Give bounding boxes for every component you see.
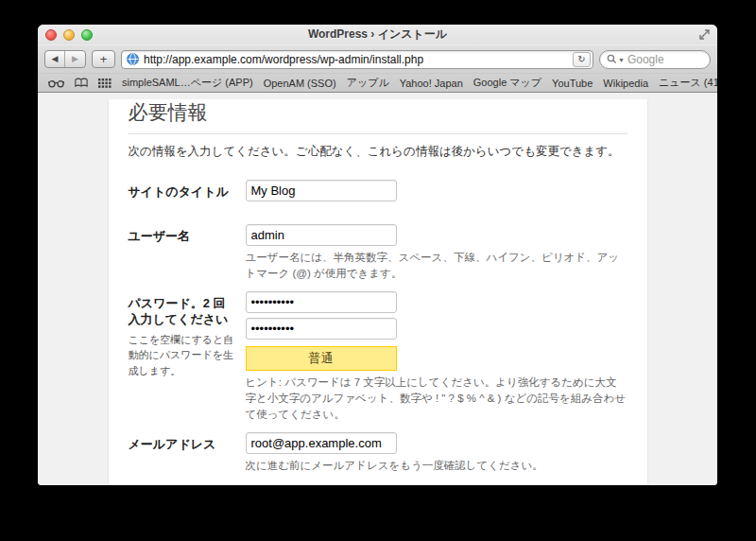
forward-button[interactable]: ▶ — [65, 51, 85, 67]
navigation-toolbar: ◀ ▶ + http://app.example.com/wordpress/w… — [38, 45, 717, 73]
search-bar[interactable]: ▼ — [599, 50, 711, 69]
browser-viewport: 必要情報 次の情報を入力してください。ご心配なく、これらの情報は後からいつでも変… — [38, 93, 717, 485]
password-strength-indicator: 普通 — [246, 346, 397, 371]
site-title-row: サイトのタイトル — [129, 180, 627, 201]
browser-chrome: WordPress › インストール ◀ ▶ + — [38, 25, 717, 93]
wp-install-page: 必要情報 次の情報を入力してください。ご心配なく、これらの情報は後からいつでも変… — [108, 99, 648, 485]
titlebar[interactable]: WordPress › インストール — [38, 25, 717, 45]
history-nav-group: ◀ ▶ — [44, 50, 86, 68]
username-input[interactable] — [246, 224, 397, 246]
bookmark-wikipedia[interactable]: Wikipedia — [603, 78, 648, 89]
password-confirm-input[interactable] — [246, 318, 397, 340]
bookmark-openam[interactable]: OpenAM (SSO) — [264, 78, 336, 89]
site-title-input[interactable] — [246, 180, 397, 201]
password-label: パスワード。2 回入力してください ここを空欄にすると自動的にパスワードを生成し… — [129, 291, 246, 424]
page-title: 必要情報 — [129, 99, 627, 134]
minimize-button[interactable] — [63, 29, 75, 41]
email-hint: 次に進む前にメールアドレスをもう一度確認してください。 — [246, 458, 627, 474]
bookmark-yahoo-japan[interactable]: Yahoo! Japan — [400, 78, 463, 89]
reading-list-icon[interactable] — [48, 79, 64, 88]
email-input[interactable] — [246, 432, 397, 454]
intro-text: 次の情報を入力してください。ご心配なく、これらの情報は後からいつでも変更できます… — [129, 144, 627, 160]
address-bar[interactable]: http://app.example.com/wordpress/wp-admi… — [121, 50, 593, 69]
back-button[interactable]: ◀ — [45, 51, 65, 67]
fullscreen-icon[interactable] — [698, 28, 711, 41]
username-row: ユーザー名 ユーザー名には、半角英数字、スペース、下線、ハイフン、ピリオド、アッ… — [129, 224, 627, 283]
search-icon — [607, 54, 617, 64]
bookmark-simplesaml[interactable]: simpleSAML…ページ (APP) — [122, 76, 253, 90]
bookmark-apple[interactable]: アップル — [347, 76, 389, 90]
email-label: メールアドレス — [129, 432, 246, 474]
bookmarks-bar: simpleSAML…ページ (APP) OpenAM (SSO) アップル Y… — [38, 73, 717, 93]
search-input[interactable] — [627, 53, 702, 66]
zoom-button[interactable] — [81, 29, 93, 41]
install-form: サイトのタイトル ユーザー名 ユーザー名には、半角英数字、スペース、下線、ハイフ… — [129, 180, 627, 485]
bookmark-label: ニュース (416) — [659, 77, 717, 88]
top-sites-icon[interactable] — [98, 79, 112, 88]
email-row: メールアドレス 次に進む前にメールアドレスをもう一度確認してください。 — [129, 432, 627, 474]
close-button[interactable] — [45, 29, 57, 41]
bookmarks-book-icon[interactable] — [75, 78, 88, 88]
search-engine-dropdown-icon[interactable]: ▼ — [618, 57, 625, 63]
globe-favicon-icon — [127, 53, 139, 65]
password-row: パスワード。2 回入力してください ここを空欄にすると自動的にパスワードを生成し… — [129, 291, 627, 424]
bookmark-news-folder[interactable]: ニュース (416)▼ — [659, 76, 717, 90]
desktop-background: WordPress › インストール ◀ ▶ + — [0, 0, 756, 541]
username-hint: ユーザー名には、半角英数字、スペース、下線、ハイフン、ピリオド、アットマーク (… — [246, 250, 627, 283]
reload-button[interactable]: ↻ — [573, 52, 591, 67]
password-label-text: パスワード。2 回入力してください — [129, 296, 229, 327]
bookmark-google-maps[interactable]: Google マップ — [473, 76, 541, 90]
safari-window: WordPress › インストール ◀ ▶ + — [38, 25, 717, 485]
bookmark-youtube[interactable]: YouTube — [552, 78, 593, 89]
password-description: ここを空欄にすると自動的にパスワードを生成します。 — [129, 332, 236, 379]
window-title: WordPress › インストール — [38, 26, 717, 43]
site-title-label: サイトのタイトル — [129, 180, 246, 201]
add-bookmark-button[interactable]: + — [92, 50, 115, 68]
password-hint: ヒント: パスワードは 7 文字以上にしてください。より強化するために大文字と小… — [246, 375, 627, 424]
address-text: http://app.example.com/wordpress/wp-admi… — [144, 53, 573, 66]
password-input[interactable] — [246, 291, 397, 313]
username-label: ユーザー名 — [129, 224, 246, 283]
